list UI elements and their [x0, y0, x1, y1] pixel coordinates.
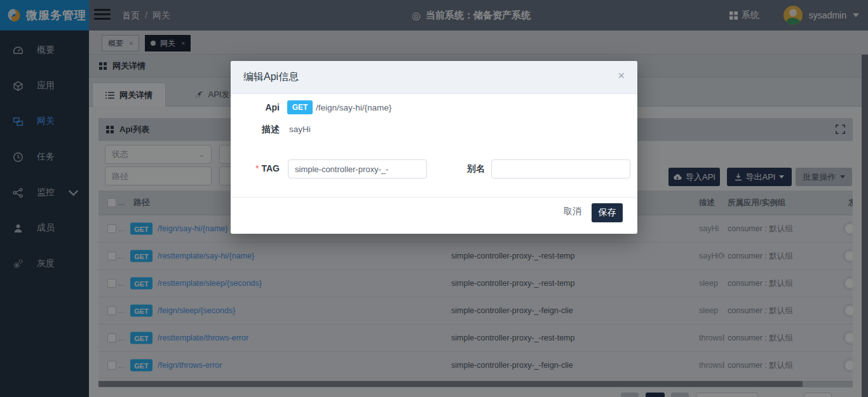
required-asterisk: * [255, 163, 259, 173]
cancel-button[interactable]: 取消 [564, 206, 581, 217]
edit-api-modal: 编辑Api信息 × Api GET /feign/say-hi/{name} 描… [231, 61, 637, 234]
desc-label: 描述 [241, 124, 280, 135]
modal-header: 编辑Api信息 [231, 61, 637, 94]
close-icon[interactable]: × [618, 70, 625, 81]
api-path-value: /feign/say-hi/{name} [316, 103, 391, 112]
tag-label: *TAG [235, 163, 280, 173]
method-badge: GET [287, 100, 313, 114]
desc-value: sayHi [289, 124, 311, 134]
tag-input[interactable] [288, 159, 427, 178]
alias-input[interactable] [491, 159, 630, 178]
api-label: Api [241, 102, 280, 112]
modal-title: 编辑Api信息 [243, 71, 299, 84]
app-root: 微服务管理 首页/网关 ◎ 当前系统：储备资产系统 系统 sysadmin 概要 [0, 0, 868, 397]
alias-label: 别名 [447, 163, 485, 175]
save-button[interactable]: 保存 [592, 203, 623, 222]
modal-footer-divider [231, 197, 637, 198]
